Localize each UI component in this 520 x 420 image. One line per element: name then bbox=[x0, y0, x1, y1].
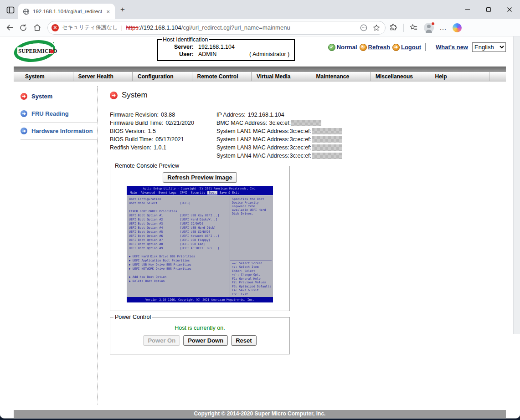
maximize-button[interactable] bbox=[478, 0, 499, 19]
refresh-link[interactable]: Refresh bbox=[368, 44, 390, 51]
menu-item[interactable]: Maintenance bbox=[311, 72, 371, 81]
sidebar-item-label: Hardware Information bbox=[31, 128, 93, 134]
reset-button[interactable]: Reset bbox=[231, 335, 256, 346]
toolbar-icons: … bbox=[389, 23, 463, 33]
toolbar-divider bbox=[403, 24, 404, 32]
bios-option-row: UEFI Boot Option #9[UEFI AP:UEFI: Bui...… bbox=[129, 246, 228, 251]
bios-key-hint: ↑↓: Select Item bbox=[232, 265, 272, 269]
web-page: SUPERMICRO Host Identification Server:19… bbox=[0, 36, 520, 418]
browser-menu-icon[interactable]: … bbox=[439, 24, 447, 32]
whats-new-icon[interactable] bbox=[425, 44, 433, 51]
sidebar-item-system[interactable]: ➜ System bbox=[14, 88, 97, 105]
redacted-mac bbox=[312, 136, 342, 143]
bios-option-row: UEFI Boot Option #8[UEFI USB Lan] bbox=[129, 242, 228, 246]
system-info: Firmware Revision:03.88Firmware Build Ti… bbox=[110, 111, 520, 160]
bios-footer: Version 2.19.1266. Copyright (C) 2021 Am… bbox=[127, 297, 273, 302]
sidebar-item-hardware-information[interactable]: ➜ Hardware Information bbox=[14, 123, 97, 139]
user-value: ADMIN bbox=[198, 51, 249, 58]
whats-new-link[interactable]: What's new bbox=[436, 44, 468, 51]
bios-submenu-item: ▶ UEFI NETWORK Drive BBS Priorities bbox=[129, 267, 228, 271]
close-window-button[interactable] bbox=[499, 0, 520, 19]
bios-key-hint: +/-: Change Opt. bbox=[232, 273, 272, 277]
bios-key-hint: Enter: Select bbox=[232, 269, 272, 273]
not-secure-icon[interactable]: ✕ bbox=[51, 24, 59, 31]
security-label[interactable]: セキュリティ保護なし bbox=[62, 24, 118, 31]
browser-tab[interactable]: 192.168.1.104/cgi/url_redirect.cgi × bbox=[18, 4, 115, 19]
power-control-panel: Power Control Host is currently on. Powe… bbox=[110, 314, 290, 354]
new-tab-button[interactable]: + bbox=[120, 5, 125, 13]
redacted-mac bbox=[312, 128, 342, 134]
reload-button[interactable] bbox=[16, 21, 30, 35]
menu-item[interactable]: Help bbox=[430, 72, 490, 81]
power-on-button: Power On bbox=[143, 335, 180, 346]
health-status-label: Normal bbox=[337, 44, 357, 51]
bios-section-header: FIXED BOOT ORDER Priorities bbox=[129, 210, 228, 214]
extensions-icon[interactable] bbox=[389, 23, 398, 32]
tab-title: 192.168.1.104/cgi/url_redirect.cgi bbox=[33, 9, 102, 14]
browser-window: 192.168.1.104/cgi/url_redirect.cgi × + ✕… bbox=[0, 0, 520, 418]
back-button[interactable] bbox=[3, 21, 16, 35]
bios-tab: Advanced bbox=[139, 191, 156, 195]
bios-tab: Save & Exit bbox=[218, 191, 241, 195]
logout-icon[interactable]: ➜ bbox=[392, 44, 400, 51]
address-bar[interactable]: ✕ セキュリティ保護なし | https://192.168.1.104/cgi… bbox=[47, 21, 386, 35]
sidebar-item-label: FRU Reading bbox=[31, 110, 69, 117]
main-menubar: SystemServer HealthConfigurationRemote C… bbox=[14, 67, 506, 82]
url-text[interactable]: https://192.168.1.104/cgi/url_redirect.c… bbox=[126, 24, 356, 31]
page-permissions-icon[interactable] bbox=[360, 24, 368, 32]
bios-tab: Security bbox=[190, 191, 206, 195]
info-line: BIOS Build Time:05/17/2021 bbox=[110, 135, 216, 143]
red-arrow-icon: ➜ bbox=[21, 93, 27, 100]
sidebar-item-fru-reading[interactable]: ➜ FRU Reading bbox=[14, 105, 97, 122]
menu-filler bbox=[489, 72, 506, 81]
sidebar-item-label: System bbox=[31, 93, 52, 100]
blue-arrow-icon: ➜ bbox=[21, 128, 27, 134]
quick-links: ✓ Normal ↻ Refresh ➜ Logout What's new E… bbox=[328, 42, 506, 52]
bios-title: Aptio Setup Utility - Copyright (C) 2021… bbox=[127, 187, 273, 190]
menu-item[interactable]: Virtual Media bbox=[252, 72, 311, 81]
minimize-button[interactable] bbox=[457, 0, 478, 19]
page-title: ➜ System bbox=[110, 91, 520, 100]
logout-link[interactable]: Logout bbox=[401, 44, 421, 51]
main-content: ➜ System Firmware Revision:03.88Firmware… bbox=[97, 82, 520, 410]
remote-console-panel: Remote Console Preview Refresh Preview I… bbox=[110, 163, 290, 311]
menu-item[interactable]: System bbox=[14, 72, 73, 81]
menubar-top-strip bbox=[14, 67, 506, 72]
info-line: System LAN3 MAC Address:3c:ec:ef: bbox=[216, 143, 342, 152]
refresh-preview-button[interactable]: Refresh Preview Image bbox=[163, 172, 237, 183]
menu-item[interactable]: Server Health bbox=[73, 72, 133, 81]
blue-arrow-icon: ➜ bbox=[21, 110, 27, 117]
menu-item[interactable]: Configuration bbox=[133, 72, 192, 81]
bios-tab: IPMI bbox=[179, 191, 189, 195]
server-label: Server: bbox=[162, 43, 198, 51]
bios-key-hint: →←: Select Screen bbox=[232, 261, 272, 266]
refresh-icon[interactable]: ↻ bbox=[360, 44, 367, 51]
bios-option-row: Boot Configuration bbox=[129, 197, 228, 201]
profile-avatar[interactable] bbox=[424, 23, 434, 33]
bios-key-hint: ESC: Exit bbox=[232, 292, 272, 297]
home-button[interactable] bbox=[30, 21, 44, 35]
favorites-list-icon[interactable] bbox=[409, 23, 418, 32]
copilot-icon[interactable] bbox=[453, 23, 462, 32]
browser-toolbar: ✕ セキュリティ保護なし | https://192.168.1.104/cgi… bbox=[0, 19, 520, 36]
host-identification-legend: Host Identification bbox=[162, 36, 209, 43]
menu-item[interactable]: Remote Control bbox=[192, 72, 252, 81]
tab-actions-icon[interactable] bbox=[5, 5, 15, 15]
menu-item[interactable]: Miscellaneous bbox=[371, 72, 430, 81]
red-arrow-icon: ➜ bbox=[110, 92, 118, 99]
favorite-star-icon[interactable] bbox=[372, 24, 381, 32]
globe-icon bbox=[23, 8, 30, 15]
remote-console-preview-image[interactable]: Aptio Setup Utility - Copyright (C) 2021… bbox=[127, 186, 273, 302]
bios-option-row: UEFI Boot Option #7[UEFI USB Floppy] bbox=[129, 238, 228, 242]
bios-submenu-item: ▶ UEFI Hard Disk Drive BBS Priorities bbox=[129, 255, 228, 259]
tab-close-icon[interactable]: × bbox=[105, 8, 111, 15]
language-select[interactable]: English bbox=[472, 42, 506, 52]
power-status-text: Host is currently on. bbox=[110, 325, 289, 331]
bios-key-hint: F1: General Help bbox=[232, 277, 272, 281]
bios-tab: Main bbox=[129, 191, 139, 195]
bios-help-text: Specifies the Boot Device Priority seque… bbox=[232, 197, 272, 215]
info-line: System LAN1 MAC Address:3c:ec:ef: bbox=[216, 127, 342, 135]
sidebar-divider bbox=[97, 86, 98, 405]
copyright-footer: Copyright © 2014-2020 Super Micro Comput… bbox=[14, 410, 506, 418]
power-down-button[interactable]: Power Down bbox=[183, 335, 228, 346]
